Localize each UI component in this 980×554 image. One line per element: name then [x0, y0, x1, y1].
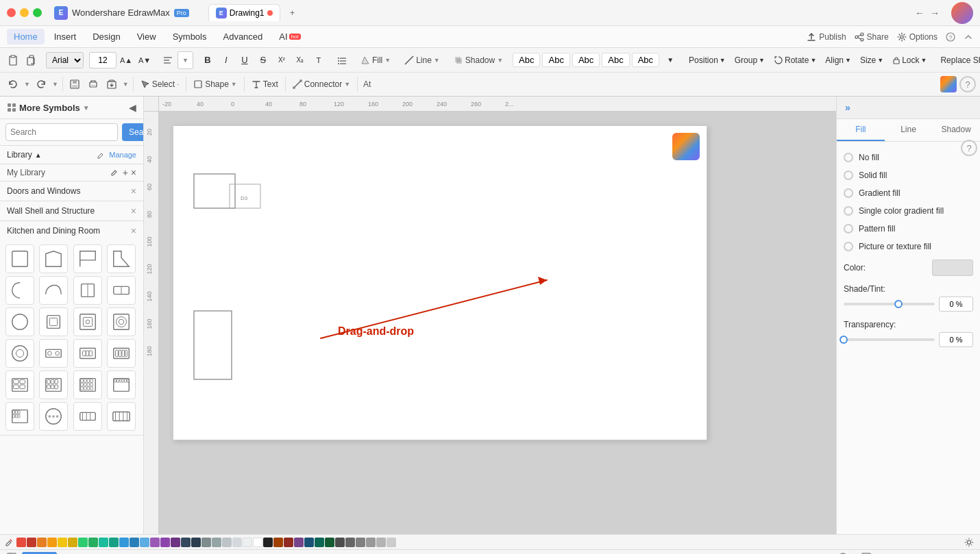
- shade-thumb[interactable]: [894, 300, 903, 308]
- palette-color-22[interactable]: [232, 538, 242, 547]
- shape-item-17[interactable]: [5, 370, 34, 399]
- palette-color-23[interactable]: [243, 538, 252, 547]
- page-tab[interactable]: Page-1: [22, 552, 57, 555]
- palette-color-27[interactable]: [294, 538, 304, 547]
- shape-item-2[interactable]: [39, 244, 68, 273]
- style-abc-5[interactable]: Abc: [632, 53, 659, 67]
- menu-ai[interactable]: AI hot: [272, 29, 307, 45]
- palette-color-4[interactable]: [47, 538, 57, 547]
- menu-advanced[interactable]: Advanced: [216, 29, 269, 45]
- shape-item-6[interactable]: [39, 276, 68, 305]
- redo-icon[interactable]: [32, 75, 50, 93]
- palette-color-19[interactable]: [201, 538, 211, 547]
- back-arrow[interactable]: ←: [914, 6, 926, 20]
- menu-symbols[interactable]: Symbols: [166, 29, 214, 45]
- palette-color-5[interactable]: [58, 538, 67, 547]
- palette-color-8[interactable]: [88, 538, 98, 547]
- superscript-icon[interactable]: X²: [273, 51, 291, 69]
- shape-item-19[interactable]: [73, 370, 102, 399]
- palette-color-12[interactable]: [130, 538, 139, 547]
- align-btn[interactable]: Align ▼: [821, 51, 855, 69]
- doors-windows-close[interactable]: ×: [131, 186, 136, 197]
- bold-icon[interactable]: B: [199, 51, 217, 69]
- align-left-icon[interactable]: [159, 51, 177, 69]
- menu-home[interactable]: Home: [7, 29, 45, 45]
- save-icon[interactable]: [66, 75, 84, 93]
- replace-shape-btn[interactable]: Replace Shape: [936, 51, 980, 69]
- close-btn[interactable]: [7, 8, 16, 17]
- font-size-down-icon[interactable]: A▼: [136, 51, 154, 69]
- export-icon[interactable]: [103, 75, 121, 93]
- search-input[interactable]: [5, 123, 118, 141]
- menu-design[interactable]: Design: [86, 29, 127, 45]
- text-tool-btn[interactable]: Text: [247, 75, 282, 94]
- sidebar-expand-icon[interactable]: ▼: [83, 104, 90, 112]
- maximize-btn[interactable]: [33, 8, 42, 17]
- paste-icon[interactable]: [23, 51, 40, 69]
- share-btn[interactable]: Share: [855, 32, 889, 42]
- pattern-fill-radio[interactable]: [844, 224, 853, 234]
- position-btn[interactable]: Position ▼: [685, 51, 730, 69]
- palette-color-10[interactable]: [109, 538, 119, 547]
- canvas-wrapper[interactable]: D3 Drag-and-drop: [159, 112, 836, 534]
- magic-icon[interactable]: [940, 76, 957, 92]
- group-btn[interactable]: Group ▼: [731, 51, 769, 69]
- transparency-track[interactable]: [844, 338, 935, 341]
- palette-color-7[interactable]: [78, 538, 88, 547]
- size-btn[interactable]: Size ▼: [856, 51, 887, 69]
- solid-fill-option[interactable]: Solid fill: [844, 166, 973, 184]
- zoom-in-btn[interactable]: +: [943, 551, 955, 555]
- transparency-value-input[interactable]: [939, 332, 973, 347]
- no-fill-radio[interactable]: [844, 153, 853, 162]
- shape-item-12[interactable]: [107, 307, 136, 336]
- kitchen-header[interactable]: Kitchen and Dining Room ×: [0, 221, 143, 240]
- palette-color-21[interactable]: [222, 538, 232, 547]
- shape-item-18[interactable]: [39, 370, 68, 399]
- palette-color-16[interactable]: [171, 538, 180, 547]
- doors-windows-header[interactable]: Doors and Windows ×: [0, 181, 143, 201]
- palette-color-17[interactable]: [181, 538, 191, 547]
- picture-texture-radio[interactable]: [844, 242, 853, 251]
- chevron-up-icon[interactable]: [964, 32, 973, 42]
- single-color-option[interactable]: Single color gradient fill: [844, 202, 973, 220]
- shape-item-8[interactable]: [107, 276, 136, 305]
- line-btn[interactable]: Line ▼: [400, 51, 444, 70]
- shape-item-22[interactable]: [39, 402, 68, 431]
- single-color-radio[interactable]: [844, 206, 853, 216]
- palette-color-2[interactable]: [27, 538, 36, 547]
- wall-shell-close[interactable]: ×: [131, 205, 136, 216]
- shape-item-4[interactable]: [107, 244, 136, 273]
- export-dropdown[interactable]: ▼: [121, 75, 130, 93]
- canvas-page[interactable]: D3 Drag-and-drop: [173, 125, 707, 440]
- wall-shell-header[interactable]: Wall Shell and Structure ×: [0, 201, 143, 221]
- new-tab-btn[interactable]: +: [286, 6, 299, 20]
- side-question-icon[interactable]: ?: [961, 140, 977, 156]
- underline-icon[interactable]: U: [236, 51, 254, 69]
- select-tool-btn[interactable]: Select -: [136, 75, 183, 94]
- palette-color-white[interactable]: [253, 538, 262, 547]
- sidebar-collapse-btn[interactable]: ◀: [129, 102, 136, 113]
- shape-item-20[interactable]: [107, 370, 136, 399]
- styles-expand-icon[interactable]: ▼: [661, 51, 679, 69]
- style-abc-3[interactable]: Abc: [572, 53, 600, 67]
- palette-color-35[interactable]: [376, 538, 386, 547]
- user-avatar[interactable]: [951, 2, 973, 24]
- shadow-btn[interactable]: Shadow ▼: [450, 51, 507, 70]
- transparency-thumb[interactable]: [840, 336, 848, 344]
- play-icon[interactable]: [899, 552, 910, 555]
- shape-item-7[interactable]: [73, 276, 102, 305]
- fill-tab[interactable]: Fill: [837, 119, 885, 141]
- document-tab[interactable]: E Drawing1: [208, 4, 280, 21]
- undo-icon[interactable]: [4, 75, 22, 93]
- font-size-input[interactable]: [89, 52, 117, 68]
- forward-arrow[interactable]: →: [929, 6, 941, 20]
- shape-item-10[interactable]: [39, 307, 68, 336]
- palette-color-20[interactable]: [212, 538, 221, 547]
- solid-fill-radio[interactable]: [844, 171, 853, 180]
- my-library-close-icon[interactable]: ×: [131, 167, 136, 178]
- palette-color-32[interactable]: [345, 538, 355, 547]
- italic-icon[interactable]: I: [217, 51, 235, 69]
- shape-item-13[interactable]: [5, 339, 34, 368]
- strikethrough-icon[interactable]: S: [254, 51, 272, 69]
- fill-btn[interactable]: Fill ▼: [356, 51, 395, 70]
